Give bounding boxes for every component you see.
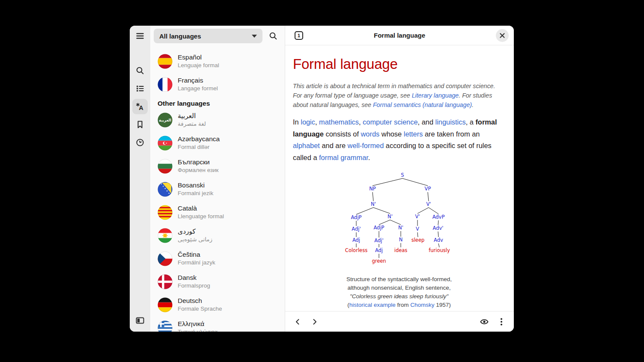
figure-caption: Structure of the syntactically well-form…	[293, 275, 505, 309]
svg-text:العربية: العربية	[159, 118, 171, 123]
svg-text:A: A	[139, 104, 143, 111]
flag-germany-icon	[158, 297, 173, 312]
flag-kurdistan-icon	[158, 228, 173, 243]
article-panel: 1 Formal language Formal language This a…	[285, 26, 514, 332]
svg-text:V: V	[416, 226, 419, 232]
panel-toggle-icon	[135, 315, 145, 326]
primary-language-list: Español Lenguaje formal Français Langage…	[150, 50, 285, 96]
language-panel: All languages Español Lenguaje formal Fr…	[150, 26, 285, 332]
svg-text:NP: NP	[369, 186, 376, 192]
language-title: Български	[178, 158, 219, 166]
language-list-item[interactable]: Azərbaycanca Formal dillər	[150, 131, 285, 154]
panel-toggle-button[interactable]	[132, 313, 148, 328]
svg-text:VP: VP	[425, 186, 431, 192]
svg-text:furiously: furiously	[429, 247, 450, 253]
rail-toc-button[interactable]	[132, 81, 148, 96]
left-rail: A	[130, 26, 150, 332]
syntax-tree-figure: SNPVPN'V'AdjPN'V'AdvPAdj'AdjPN'VAdv'AdjA…	[293, 170, 505, 309]
translate-icon: A	[135, 102, 145, 111]
flag-azerbaijan-icon	[158, 136, 173, 151]
language-list-item[interactable]: کوردی زمانی شێوەیی	[150, 224, 285, 247]
wikipedia-reader-window: A All languages	[130, 26, 514, 332]
svg-text:Adv': Adv'	[433, 225, 444, 231]
article-link[interactable]: letters	[404, 130, 423, 138]
language-title: Ελληνικά	[178, 320, 218, 328]
article-footer-toolbar	[285, 311, 514, 332]
svg-text:ideas: ideas	[394, 247, 408, 253]
language-article-subtitle: زمانی شێوەیی	[178, 236, 212, 243]
flag-denmark-icon	[158, 274, 173, 289]
hatnote: This article is about a technical term i…	[293, 81, 505, 110]
language-list-item[interactable]: Español Lenguaje formal	[150, 50, 285, 73]
close-article-button[interactable]	[496, 29, 509, 42]
back-button[interactable]	[290, 315, 305, 329]
other-language-list: العربية العربية لغة متصرفة Azərbaycanca …	[150, 108, 285, 332]
language-list-item[interactable]: Bosanski Formalni jezik	[150, 178, 285, 201]
svg-text:V': V'	[426, 201, 431, 207]
language-panel-toolbar: All languages	[150, 26, 285, 46]
svg-text:green: green	[372, 258, 386, 264]
article-link[interactable]: words	[361, 130, 380, 138]
language-list-item[interactable]: Čeština Formální jazyk	[150, 247, 285, 270]
language-article-subtitle: لغة متصرفة	[178, 120, 206, 128]
language-title: Čeština	[178, 250, 215, 259]
other-languages-header: Other languages	[158, 100, 285, 107]
article-menu-button[interactable]	[494, 315, 509, 329]
language-title: Deutsch	[178, 297, 222, 305]
language-article-subtitle: Formalsprog	[178, 282, 210, 290]
language-article-subtitle: Formale Sprache	[178, 305, 222, 313]
chevron-right-icon	[311, 318, 319, 326]
article-link[interactable]: Formal semantics (natural language)	[373, 101, 472, 108]
language-title: کوردی	[178, 227, 212, 236]
svg-text:Adj: Adj	[375, 247, 383, 253]
language-filter-dropdown[interactable]: All languages	[154, 29, 262, 43]
article-link[interactable]: well-formed	[348, 142, 384, 149]
article-link[interactable]: mathematics	[319, 118, 359, 126]
language-list-item[interactable]: العربية العربية لغة متصرفة	[150, 108, 285, 131]
hamburger-menu-button[interactable]	[132, 28, 148, 44]
eye-icon	[480, 317, 489, 326]
language-list-item[interactable]: Ελληνικά Τυπική γλώσσα	[150, 316, 285, 332]
rail-translate-button[interactable]: A	[132, 99, 148, 114]
language-search-button[interactable]	[266, 29, 280, 43]
language-filter-value: All languages	[159, 33, 201, 40]
forward-button[interactable]	[307, 315, 322, 329]
tab-counter-icon: 1	[295, 31, 303, 40]
article-link[interactable]: formal grammar	[319, 154, 368, 161]
article-link[interactable]: Chomsky	[410, 302, 434, 308]
article-link[interactable]: logic	[301, 118, 315, 126]
article-content: Formal language This article is about a …	[285, 45, 514, 311]
language-list-item[interactable]: Deutsch Formale Sprache	[150, 293, 285, 316]
article-tab-title: Formal language	[374, 32, 425, 39]
svg-text:N': N'	[398, 225, 403, 231]
language-list-item[interactable]: Français Langage formel	[150, 73, 285, 96]
rail-search-button[interactable]	[132, 63, 148, 78]
flag-arabic-icon: العربية	[158, 113, 173, 128]
article-header: 1 Formal language	[285, 26, 514, 45]
language-article-subtitle: Τυπική γλώσσα	[178, 328, 218, 332]
article-link[interactable]: historical example	[349, 302, 396, 308]
flag-czech-icon	[158, 251, 173, 266]
article-link[interactable]: alphabet	[293, 142, 320, 149]
language-title: Dansk	[178, 273, 210, 282]
language-list-item[interactable]: Català Llenguatge formal	[150, 201, 285, 224]
language-title: Bosanski	[178, 181, 213, 190]
language-title: Español	[178, 53, 219, 62]
reader-view-button[interactable]	[477, 315, 492, 329]
language-article-subtitle: Formal dillər	[178, 143, 220, 151]
article-link[interactable]: computer science	[363, 118, 417, 126]
flag-bosnia-icon	[158, 182, 173, 197]
rail-history-button[interactable]	[132, 135, 148, 150]
history-clock-icon	[135, 138, 145, 147]
article-link[interactable]: linguistics	[435, 118, 466, 126]
tab-counter-button[interactable]: 1	[292, 29, 305, 42]
svg-text:AdvP: AdvP	[432, 214, 445, 220]
language-list-item[interactable]: Dansk Formalsprog	[150, 270, 285, 293]
flag-catalonia-icon	[158, 205, 173, 220]
rail-bookmarks-button[interactable]	[132, 117, 148, 132]
svg-text:N': N'	[371, 201, 376, 207]
article-link[interactable]: Literary language	[412, 92, 459, 99]
language-list-item[interactable]: Български Формален език	[150, 154, 285, 178]
language-title: Català	[178, 204, 224, 213]
search-icon	[135, 66, 145, 75]
